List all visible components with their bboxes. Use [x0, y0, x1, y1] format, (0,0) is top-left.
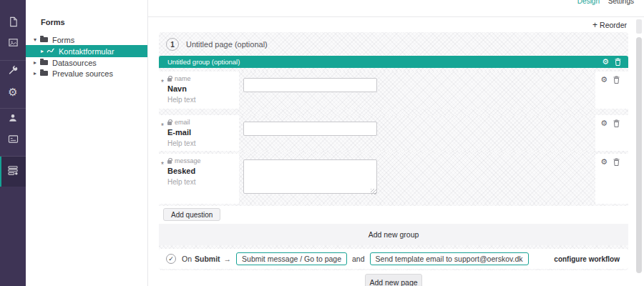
plus-icon: + [592, 20, 597, 30]
configure-workflow-link[interactable]: configure workflow [554, 255, 620, 263]
group-settings-gear-icon[interactable]: ⚙ [602, 58, 609, 66]
add-group-strip: Add new group [159, 224, 628, 245]
field-delete-trash-icon[interactable] [613, 76, 620, 84]
workflow-on-label: On [182, 255, 192, 263]
umbraco-forms-editor: ⚙ Forms ▾ Forms [0, 0, 644, 286]
field-help-text: Help text [167, 178, 195, 186]
id-card-icon [8, 134, 19, 147]
scrollbar-thumb[interactable] [636, 37, 642, 273]
wrench-icon [8, 65, 18, 78]
field-row-email[interactable]: * email E-mail Help text ⚙ [159, 115, 628, 151]
tree-item-label[interactable]: Datasources [52, 59, 97, 67]
arrow-right-icon: → [224, 255, 232, 263]
field-help-text: Help text [167, 139, 195, 147]
tree-item-datasources[interactable]: ▸ Datasources [26, 57, 147, 68]
tree-item-prevalue-sources[interactable]: ▸ Prevalue sources [26, 68, 147, 79]
sidebar-item-forms[interactable] [0, 157, 26, 187]
user-icon [8, 113, 18, 126]
field-delete-trash-icon[interactable] [613, 158, 620, 166]
field-settings-gear-icon[interactable]: ⚙ [600, 76, 608, 84]
caret-right-icon[interactable]: ▸ [31, 70, 39, 77]
sidebar-item-content[interactable] [0, 13, 26, 34]
field-delete-trash-icon[interactable] [613, 119, 620, 127]
field-machine-name: message [175, 157, 201, 164]
app-sidebar: ⚙ [0, 0, 26, 286]
add-question-button[interactable]: Add question [163, 208, 220, 221]
workflow-and-label: and [352, 255, 365, 263]
tree-panel: Forms ▾ Forms ▸ Kontaktformular ▸ Dataso… [26, 0, 148, 286]
workflow-step-send-email[interactable]: Send template email to support@oerskov.d… [370, 252, 529, 265]
workflow-bar: ✓ On Submit → Submit message / Go to pag… [159, 249, 628, 269]
sidebar-item-media[interactable] [0, 34, 26, 54]
field-row-navn[interactable]: * name Navn Help text ⚙ [159, 72, 628, 109]
field-label: Besked [167, 167, 195, 175]
tree-item-label[interactable]: Kontaktformular [59, 47, 114, 56]
image-icon [8, 37, 19, 51]
group-delete-trash-icon[interactable] [615, 58, 621, 66]
lock-icon [167, 78, 172, 82]
field-settings-gear-icon[interactable]: ⚙ [600, 158, 608, 166]
tree-item-forms[interactable]: ▾ Forms [26, 34, 147, 45]
field-settings-gear-icon[interactable]: ⚙ [600, 119, 608, 127]
tree-section-title: Forms [41, 18, 65, 26]
sidebar-item-settings[interactable] [0, 61, 26, 82]
lock-icon [167, 122, 172, 125]
page-header: 1 Untitled page (optional) [166, 38, 268, 51]
form-design-canvas: 1 Untitled page (optional) Untitled grou… [159, 32, 628, 270]
field-preview-input[interactable] [243, 78, 377, 92]
add-new-page-button[interactable]: Add new page [365, 274, 422, 286]
sidebar-item-members[interactable] [0, 129, 26, 150]
field-label: Navn [167, 84, 187, 93]
page-title[interactable]: Untitled page (optional) [186, 40, 268, 49]
tree-item-label[interactable]: Forms [52, 36, 74, 44]
caret-right-icon[interactable]: ▸ [31, 59, 39, 66]
workflow-check-icon[interactable]: ✓ [166, 254, 176, 264]
scrollbar-up[interactable] [636, 19, 642, 34]
form-pen-icon [47, 48, 55, 54]
folder-icon [40, 71, 48, 76]
forms-icon [7, 165, 19, 178]
resize-grip-icon[interactable] [371, 189, 376, 194]
field-machine-name: name [175, 75, 191, 82]
caret-down-icon[interactable]: ▾ [31, 36, 39, 43]
tab-settings[interactable]: Settings [608, 0, 634, 5]
page-number-badge: 1 [166, 38, 179, 51]
editor-header: Design Settings [148, 0, 644, 17]
folder-icon [40, 37, 48, 42]
lock-icon [167, 160, 172, 164]
field-preview-input[interactable] [243, 122, 377, 136]
folder-icon [40, 60, 48, 65]
field-preview-textarea[interactable] [243, 159, 377, 194]
required-marker: * [161, 122, 164, 130]
main-area: Design Settings +Reorder 1 Untitled page… [148, 0, 644, 286]
tab-design[interactable]: Design [577, 0, 600, 5]
field-help-text: Help text [167, 96, 195, 104]
workflow-step-submit-message[interactable]: Submit message / Go to page [236, 252, 347, 265]
group-title[interactable]: Untitled group (optional) [167, 58, 240, 66]
field-row-besked[interactable]: * message Besked Help text ⚙ [159, 154, 628, 204]
caret-right-icon[interactable]: ▸ [39, 48, 46, 54]
field-label: E-mail [167, 128, 191, 137]
tree-item-kontaktformular[interactable]: ▸ Kontaktformular [26, 45, 147, 57]
group-header[interactable]: Untitled group (optional) ⚙ [159, 56, 628, 68]
tree-item-label[interactable]: Prevalue sources [52, 69, 113, 78]
reorder-button[interactable]: +Reorder [592, 20, 627, 30]
sidebar-item-packages[interactable]: ⚙ [0, 82, 26, 102]
workflow-event: Submit [195, 255, 220, 263]
add-new-group-button[interactable]: Add new group [369, 230, 419, 239]
add-question-row: Add question [159, 206, 628, 224]
required-marker: * [161, 79, 164, 87]
document-icon [8, 16, 19, 30]
field-machine-name: email [175, 119, 190, 126]
required-marker: * [161, 161, 164, 169]
sidebar-item-users[interactable] [0, 109, 26, 129]
gear-icon: ⚙ [8, 87, 17, 97]
